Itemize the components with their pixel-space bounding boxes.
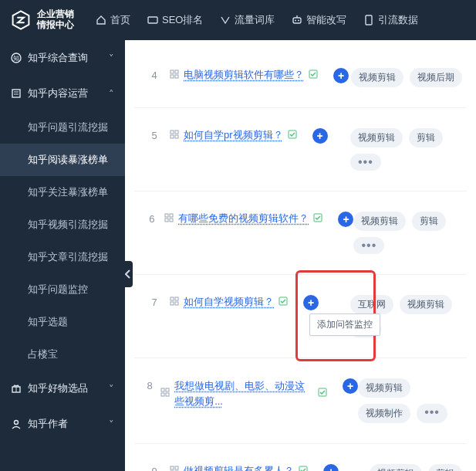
- row-index: 5: [139, 128, 170, 141]
- tag[interactable]: 视频剪辑: [400, 295, 452, 314]
- question-link[interactable]: 有哪些免费的视频剪辑软件？: [178, 212, 309, 225]
- grid-icon: [160, 388, 170, 399]
- question-link[interactable]: 电脑视频剪辑软件有哪些？: [184, 68, 304, 82]
- svg-rect-17: [170, 75, 174, 78]
- svg-rect-6: [366, 15, 372, 25]
- user-icon: [11, 418, 22, 429]
- add-monitor-button[interactable]: +: [333, 68, 349, 83]
- svg-rect-26: [170, 214, 173, 217]
- sidebar-group-3[interactable]: 知乎作者˅: [0, 406, 125, 442]
- sidebar-sub-5[interactable]: 知乎问题监控: [0, 273, 125, 306]
- svg-rect-41: [175, 466, 178, 469]
- sidebar-collapse-toggle[interactable]: [123, 261, 133, 287]
- row-title-wrap: 如何自学pr视频剪辑？: [170, 128, 297, 142]
- svg-rect-38: [166, 393, 169, 396]
- add-monitor-button[interactable]: +: [312, 128, 328, 144]
- svg-point-4: [298, 20, 299, 22]
- verified-icon: [299, 466, 308, 472]
- sidebar-sub-2[interactable]: 知乎关注暴涨榜单: [0, 176, 125, 208]
- sidebar-sub-6[interactable]: 知乎选题: [0, 306, 125, 338]
- tag-list: 视频剪辑视频制作•••: [358, 378, 462, 423]
- sidebar-group-2[interactable]: 知乎好物选品˅: [0, 371, 125, 406]
- tag-list: 视频剪辑剪辑•••: [353, 212, 462, 254]
- row-title-wrap: 我想做电视剧、电影、动漫这些视频剪...: [160, 378, 327, 408]
- more-tags-button[interactable]: •••: [353, 237, 384, 254]
- tag[interactable]: 互联网: [350, 295, 393, 314]
- sidebar-group-label: 知乎内容运营: [28, 86, 88, 100]
- row-index: 8: [139, 378, 160, 391]
- seo-icon: [147, 15, 158, 25]
- more-tags-button[interactable]: •••: [350, 154, 381, 171]
- more-tags-button[interactable]: •••: [417, 404, 447, 423]
- verified-icon: [279, 296, 288, 308]
- row-title-wrap: 做视频剪辑是有多累人？: [170, 464, 308, 471]
- verified-icon: [318, 388, 327, 399]
- row-title-wrap: 有哪些免费的视频剪辑软件？: [164, 212, 322, 225]
- topnav-label: 引流数据: [378, 13, 418, 27]
- svg-text:知: 知: [13, 55, 19, 62]
- row-index: 6: [139, 212, 164, 225]
- svg-rect-28: [170, 219, 173, 222]
- question-link[interactable]: 如何自学pr视频剪辑？: [184, 128, 283, 142]
- sidebar-sub-1[interactable]: 知乎阅读暴涨榜单: [0, 144, 125, 176]
- verified-icon: [288, 130, 297, 141]
- add-monitor-button[interactable]: +: [343, 378, 358, 394]
- ai-icon: [292, 15, 302, 25]
- grid-icon: [164, 213, 174, 225]
- tag[interactable]: 视频剪辑: [351, 68, 403, 87]
- add-monitor-button[interactable]: +: [323, 464, 339, 471]
- svg-rect-30: [170, 297, 174, 300]
- tag[interactable]: 剪辑: [409, 128, 443, 147]
- svg-rect-9: [12, 90, 20, 97]
- tag[interactable]: 视频剪辑: [350, 128, 403, 147]
- topnav-item-3[interactable]: 智能改写: [292, 13, 346, 27]
- tag-list: 视频剪辑剪辑: [370, 464, 462, 471]
- svg-point-3: [295, 20, 296, 22]
- sidebar-group-0[interactable]: 知知乎综合查询˅: [0, 40, 125, 76]
- topnav-item-4[interactable]: 引流数据: [363, 13, 418, 27]
- add-monitor-button[interactable]: +: [303, 295, 319, 310]
- row-index: 4: [139, 68, 170, 81]
- svg-rect-31: [175, 297, 178, 300]
- sidebar-sub-4[interactable]: 知乎文章引流挖掘: [0, 241, 125, 273]
- tag[interactable]: 剪辑: [412, 212, 446, 231]
- add-monitor-button[interactable]: +: [338, 212, 353, 227]
- sidebar-group-1[interactable]: 知乎内容运营˄: [0, 76, 125, 111]
- chevron-down-icon: ˅: [109, 53, 114, 64]
- phone-icon: [363, 15, 374, 25]
- sidebar-sub-7[interactable]: 占楼宝: [0, 338, 125, 371]
- svg-rect-21: [175, 130, 178, 134]
- svg-rect-35: [161, 388, 164, 391]
- svg-rect-34: [279, 297, 287, 305]
- question-link[interactable]: 如何自学视频剪辑？: [184, 295, 274, 309]
- doc-icon: [11, 88, 22, 99]
- sidebar-sub-0[interactable]: 知乎问题引流挖掘: [0, 111, 125, 144]
- svg-rect-27: [165, 219, 168, 222]
- svg-rect-1: [148, 17, 157, 23]
- question-link[interactable]: 我想做电视剧、电影、动漫这些视频剪...: [174, 378, 313, 408]
- tag-list: 视频剪辑视频后期: [351, 68, 462, 87]
- row-index: 7: [139, 295, 170, 308]
- chevron-down-icon: ˅: [109, 418, 114, 430]
- topnav-item-1[interactable]: SEO排名: [147, 13, 203, 27]
- tag[interactable]: 视频剪辑: [358, 378, 410, 398]
- row-title-wrap: 电脑视频剪辑软件有哪些？: [170, 68, 318, 82]
- top-nav: 企业营销情报中心 首页SEO排名流量词库智能改写引流数据: [0, 0, 476, 40]
- chevron-down-icon: ˄: [109, 88, 114, 100]
- tag[interactable]: 视频剪辑: [370, 464, 422, 471]
- topnav-item-0[interactable]: 首页: [96, 13, 130, 27]
- tag[interactable]: 剪辑: [428, 464, 462, 471]
- tag[interactable]: 视频后期: [410, 68, 462, 87]
- svg-rect-39: [319, 388, 326, 396]
- question-link[interactable]: 做视频剪辑是有多累人？: [184, 464, 294, 471]
- svg-rect-37: [161, 393, 164, 396]
- svg-point-14: [15, 421, 19, 425]
- svg-rect-29: [314, 214, 322, 222]
- tag[interactable]: 视频剪辑: [353, 212, 406, 231]
- tag[interactable]: 视频制作: [358, 404, 410, 423]
- sidebar-sub-3[interactable]: 知乎视频引流挖掘: [0, 208, 125, 241]
- sidebar-group-label: 知乎作者: [28, 417, 68, 431]
- svg-rect-23: [175, 135, 178, 138]
- topnav-item-2[interactable]: 流量词库: [220, 13, 275, 27]
- verified-icon: [309, 69, 318, 81]
